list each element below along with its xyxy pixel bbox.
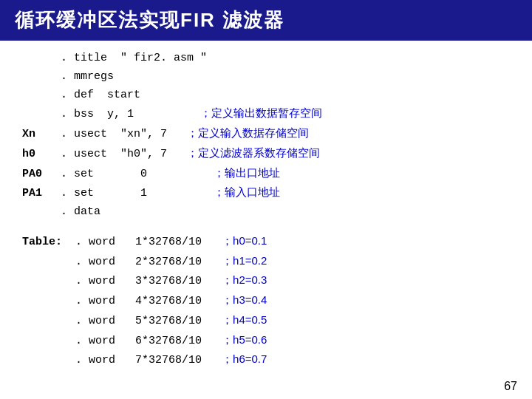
table-code-5: . word 5*32768/10 ；h4=0.5 — [75, 311, 510, 331]
table-code-7: . word 7*32768/10 ；h6=0.7 — [75, 350, 510, 370]
table-code-2: . word 2*32768/10 ；h1=0.2 — [75, 252, 510, 272]
table-comment-5: ；h4=0.5 — [222, 313, 267, 326]
table-line-7: . word 7*32768/10 ；h6=0.7 — [22, 350, 510, 370]
table-code-1: . word 1*32768/10 ；h0=0.1 — [75, 232, 510, 252]
code-block: . title " fir2. asm " . mmregs . def sta… — [22, 50, 510, 370]
comment-7: ；输出口地址 — [214, 166, 280, 179]
code-line-4: . bss y, 1 ；定义输出数据暂存空间 — [22, 104, 510, 124]
code-line-8: PA1 . set 1 ；输入口地址 — [22, 183, 510, 203]
table-code-6: . word 6*32768/10 ；h5=0.6 — [75, 331, 510, 351]
table-code-3: . word 3*32768/10 ；h2=0.3 — [75, 271, 510, 291]
table-line-3: . word 3*32768/10 ；h2=0.3 — [22, 271, 510, 291]
header: 循环缓冲区法实现FIR 滤波器 — [0, 0, 532, 41]
label-8: PA1 — [22, 185, 61, 203]
code-text-3: . def start — [61, 86, 510, 105]
code-line-7: PA0 . set 0 ；输出口地址 — [22, 164, 510, 184]
code-line-5: Xn . usect "xn", 7 ；定义输入数据存储空间 — [22, 124, 510, 144]
table-line-2: . word 2*32768/10 ；h1=0.2 — [22, 252, 510, 272]
code-text-9: . data — [61, 203, 510, 222]
content-area: . title " fir2. asm " . mmregs . def sta… — [0, 41, 532, 378]
table-section: Table: . word 1*32768/10 ；h0=0.1 . word … — [22, 232, 510, 370]
comment-8: ；输入口地址 — [214, 185, 280, 198]
label-7: PA0 — [22, 166, 61, 184]
table-line-5: . word 5*32768/10 ；h4=0.5 — [22, 311, 510, 331]
page-number: 67 — [504, 380, 517, 393]
table-comment-2: ；h1=0.2 — [222, 254, 267, 267]
table-line-1: Table: . word 1*32768/10 ；h0=0.1 — [22, 232, 510, 252]
table-code-4: . word 4*32768/10 ；h3=0.4 — [75, 291, 510, 311]
code-text-4: . bss y, 1 ；定义输出数据暂存空间 — [61, 104, 510, 124]
header-title: 循环缓冲区法实现FIR 滤波器 — [15, 9, 284, 31]
comment-4: ；定义输出数据暂存空间 — [200, 106, 322, 119]
label-5: Xn — [22, 126, 61, 144]
table-comment-3: ；h2=0.3 — [222, 273, 267, 286]
code-line-9: . data — [22, 203, 510, 222]
code-line-2: . mmregs — [22, 68, 510, 86]
code-text-1: . title " fir2. asm " — [61, 50, 510, 68]
comment-5: ；定义输入数据存储空间 — [187, 126, 309, 139]
table-line-4: . word 4*32768/10 ；h3=0.4 — [22, 291, 510, 311]
table-comment-7: ；h6=0.7 — [222, 352, 267, 365]
table-comment-6: ；h5=0.6 — [222, 333, 267, 346]
table-comment-1: ；h0=0.1 — [222, 234, 267, 247]
code-text-5: . usect "xn", 7 ；定义输入数据存储空间 — [61, 124, 510, 144]
code-line-6: h0 . usect "h0", 7 ；定义滤波器系数存储空间 — [22, 144, 510, 164]
code-text-8: . set 1 ；输入口地址 — [61, 183, 510, 203]
label-6: h0 — [22, 146, 61, 164]
table-comment-4: ；h3=0.4 — [222, 293, 267, 306]
code-text-2: . mmregs — [61, 68, 510, 86]
code-text-6: . usect "h0", 7 ；定义滤波器系数存储空间 — [61, 144, 510, 164]
table-label-1: Table: — [22, 233, 75, 252]
table-line-6: . word 6*32768/10 ；h5=0.6 — [22, 331, 510, 351]
code-text-7: . set 0 ；输出口地址 — [61, 164, 510, 184]
comment-6: ；定义滤波器系数存储空间 — [187, 146, 320, 159]
code-line-1: . title " fir2. asm " — [22, 50, 510, 68]
code-line-3: . def start — [22, 86, 510, 105]
